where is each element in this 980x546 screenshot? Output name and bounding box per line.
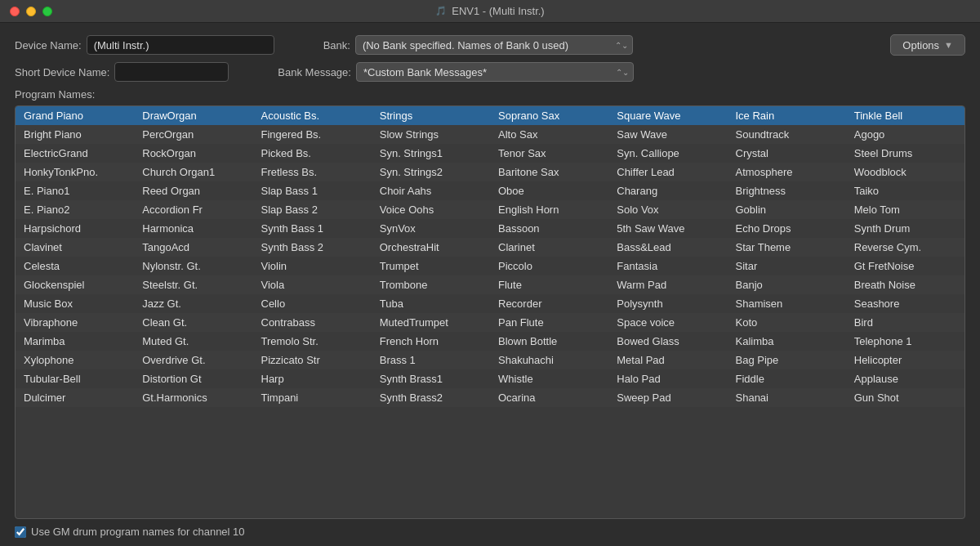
table-row[interactable]: Grand PianoDrawOrganAcoustic Bs.StringsS… <box>16 106 964 125</box>
table-cell[interactable]: Bowed Glass <box>608 332 727 351</box>
table-cell[interactable]: Oboe <box>490 181 608 200</box>
table-cell[interactable]: Flute <box>490 275 608 294</box>
table-row[interactable]: CelestaNylonstr. Gt.ViolinTrumpetPiccolo… <box>16 257 964 275</box>
table-cell[interactable]: Muted Gt. <box>134 332 252 351</box>
table-cell[interactable]: Chiffer Lead <box>608 163 727 181</box>
table-row[interactable]: HarpsichordHarmonicaSynth Bass 1SynVoxBa… <box>16 219 964 238</box>
table-row[interactable]: XylophoneOverdrive Gt.Pizzicato StrBrass… <box>16 351 964 369</box>
table-cell[interactable]: Soundtrack <box>728 125 846 144</box>
table-row[interactable]: Bright PianoPercOrganFingered Bs.Slow St… <box>16 125 964 144</box>
table-cell[interactable]: Bright Piano <box>16 125 134 144</box>
table-cell[interactable]: Soprano Sax <box>490 106 608 125</box>
table-cell[interactable]: Vibraphone <box>16 313 134 332</box>
table-cell[interactable]: Pizzicato Str <box>253 351 372 369</box>
table-row[interactable]: ClavinetTangoAcdSynth Bass 2OrchestraHit… <box>16 238 964 257</box>
table-cell[interactable]: Church Organ1 <box>134 163 252 181</box>
table-row[interactable]: MarimbaMuted Gt.Tremolo Str.French HornB… <box>16 332 964 351</box>
table-cell[interactable]: Dulcimer <box>16 388 134 407</box>
table-cell[interactable]: Clarinet <box>490 238 608 257</box>
table-cell[interactable]: Voice Oohs <box>372 200 490 219</box>
table-cell[interactable]: Tubular-Bell <box>16 369 134 388</box>
table-cell[interactable]: Bird <box>846 313 964 332</box>
table-cell[interactable]: Helicopter <box>846 351 964 369</box>
table-cell[interactable]: Ocarina <box>490 388 608 407</box>
table-cell[interactable]: Echo Drops <box>728 219 846 238</box>
bank-select[interactable]: (No Bank specified. Names of Bank 0 used… <box>355 35 633 55</box>
table-cell[interactable]: Harpsichord <box>16 219 134 238</box>
table-row[interactable]: GlockenspielSteelstr. Gt.ViolaTromboneFl… <box>16 275 964 294</box>
table-cell[interactable]: Marimba <box>16 332 134 351</box>
table-cell[interactable]: Piccolo <box>490 257 608 275</box>
table-cell[interactable]: Ice Rain <box>728 106 846 125</box>
table-cell[interactable]: Baritone Sax <box>490 163 608 181</box>
table-cell[interactable]: Synth Bass 1 <box>253 219 372 238</box>
table-cell[interactable]: Goblin <box>728 200 846 219</box>
table-cell[interactable]: Distortion Gt <box>134 369 252 388</box>
table-cell[interactable]: Woodblock <box>846 163 964 181</box>
table-cell[interactable]: Glockenspiel <box>16 275 134 294</box>
table-cell[interactable]: French Horn <box>372 332 490 351</box>
table-cell[interactable]: Harmonica <box>134 219 252 238</box>
table-cell[interactable]: Charang <box>608 181 727 200</box>
table-cell[interactable]: Kalimba <box>728 332 846 351</box>
table-cell[interactable]: Fretless Bs. <box>253 163 372 181</box>
maximize-button[interactable] <box>42 7 52 16</box>
close-button[interactable] <box>10 7 20 16</box>
bank-message-select[interactable]: *Custom Bank Messages* <box>356 62 634 82</box>
table-cell[interactable]: Steelstr. Gt. <box>134 275 252 294</box>
table-cell[interactable]: Syn. Strings2 <box>372 163 490 181</box>
table-cell[interactable]: ElectricGrand <box>16 144 134 163</box>
table-cell[interactable]: Tuba <box>372 294 490 313</box>
table-row[interactable]: E. Piano1Reed OrganSlap Bass 1Choir Aahs… <box>16 181 964 200</box>
table-cell[interactable]: MutedTrumpet <box>372 313 490 332</box>
table-cell[interactable]: Seashore <box>846 294 964 313</box>
table-cell[interactable]: Acoustic Bs. <box>253 106 372 125</box>
table-cell[interactable]: Trumpet <box>372 257 490 275</box>
table-cell[interactable]: Synth Bass 2 <box>253 238 372 257</box>
table-cell[interactable]: Sweep Pad <box>608 388 727 407</box>
table-cell[interactable]: English Horn <box>490 200 608 219</box>
table-cell[interactable]: Timpani <box>253 388 372 407</box>
table-cell[interactable]: Nylonstr. Gt. <box>134 257 252 275</box>
table-cell[interactable]: Crystal <box>728 144 846 163</box>
gm-drum-checkbox[interactable] <box>15 526 26 538</box>
table-cell[interactable]: Tremolo Str. <box>253 332 372 351</box>
table-cell[interactable]: Shakuhachi <box>490 351 608 369</box>
table-cell[interactable]: RockOrgan <box>134 144 252 163</box>
table-cell[interactable]: Contrabass <box>253 313 372 332</box>
table-cell[interactable]: Bass&Lead <box>608 238 727 257</box>
table-cell[interactable]: E. Piano2 <box>16 200 134 219</box>
table-cell[interactable]: Fiddle <box>728 369 846 388</box>
table-row[interactable]: DulcimerGt.HarmonicsTimpaniSynth Brass2O… <box>16 388 964 407</box>
device-name-input[interactable] <box>87 35 274 55</box>
table-cell[interactable]: Recorder <box>490 294 608 313</box>
table-cell[interactable]: Tinkle Bell <box>846 106 964 125</box>
table-cell[interactable]: Pan Flute <box>490 313 608 332</box>
table-cell[interactable]: Koto <box>728 313 846 332</box>
table-cell[interactable]: Gt.Harmonics <box>134 388 252 407</box>
table-cell[interactable]: Alto Sax <box>490 125 608 144</box>
table-cell[interactable]: Synth Brass1 <box>372 369 490 388</box>
table-cell[interactable]: Metal Pad <box>608 351 727 369</box>
table-cell[interactable]: Fantasia <box>608 257 727 275</box>
table-cell[interactable]: Syn. Calliope <box>608 144 727 163</box>
table-row[interactable]: Music BoxJazz Gt.CelloTubaRecorderPolysy… <box>16 294 964 313</box>
table-cell[interactable]: Violin <box>253 257 372 275</box>
table-cell[interactable]: Halo Pad <box>608 369 727 388</box>
table-cell[interactable]: Agogo <box>846 125 964 144</box>
table-cell[interactable]: Synth Drum <box>846 219 964 238</box>
table-cell[interactable]: Grand Piano <box>16 106 134 125</box>
options-button[interactable]: Options ▼ <box>890 34 965 56</box>
table-row[interactable]: VibraphoneClean Gt.ContrabassMutedTrumpe… <box>16 313 964 332</box>
table-cell[interactable]: Banjo <box>728 275 846 294</box>
table-cell[interactable]: 5th Saw Wave <box>608 219 727 238</box>
table-cell[interactable]: Warm Pad <box>608 275 727 294</box>
table-cell[interactable]: Whistle <box>490 369 608 388</box>
table-row[interactable]: ElectricGrandRockOrganPicked Bs.Syn. Str… <box>16 144 964 163</box>
table-cell[interactable]: Solo Vox <box>608 200 727 219</box>
table-cell[interactable]: Xylophone <box>16 351 134 369</box>
table-cell[interactable]: Overdrive Gt. <box>134 351 252 369</box>
table-row[interactable]: E. Piano2Accordion FrSlap Bass 2Voice Oo… <box>16 200 964 219</box>
minimize-button[interactable] <box>26 7 36 16</box>
table-cell[interactable]: Star Theme <box>728 238 846 257</box>
